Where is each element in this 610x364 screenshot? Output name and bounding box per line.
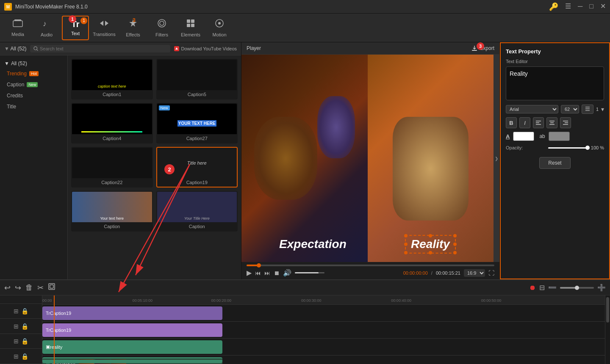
media-label: Media [11, 32, 24, 37]
handle-bm[interactable] [429, 251, 432, 254]
add-track-icon-3[interactable]: ⊞ [14, 353, 19, 360]
handle-lm[interactable] [404, 243, 408, 246]
delete-btn[interactable]: 🗑 [25, 283, 33, 292]
crop-btn[interactable] [48, 283, 55, 292]
line-height-btn[interactable] [582, 105, 593, 114]
font-select[interactable]: Arial Helvetica Times New Roman [506, 105, 558, 113]
prev-frame-btn[interactable]: ⏮ [255, 270, 261, 276]
playhead[interactable] [54, 295, 55, 364]
category-caption[interactable]: Caption New [0, 79, 67, 90]
category-title[interactable]: Title [0, 101, 67, 112]
lock-icon-0[interactable]: 🔒 [21, 308, 28, 314]
align-left-btn[interactable] [533, 117, 544, 128]
text-editor-box[interactable]: Reality [506, 66, 604, 100]
toolbar-audio[interactable]: ♪ Audio [33, 16, 60, 40]
add-track-icon-2[interactable]: ⊞ [14, 338, 19, 345]
caption-item-caption22[interactable]: Caption22 [71, 147, 153, 188]
maximize-btn[interactable]: □ [589, 3, 593, 11]
clip-caption19-2[interactable]: Tr Caption19 [42, 323, 222, 337]
opacity-slider[interactable] [548, 147, 587, 149]
record-icon[interactable]: ⏺ [529, 284, 536, 292]
caption4-name: Caption4 [72, 134, 152, 143]
category-credits[interactable]: Credits [0, 90, 67, 101]
zoom-handle[interactable] [575, 286, 579, 290]
split-icon[interactable]: ⊟ [539, 284, 545, 292]
caption-item-caption27[interactable]: New YOUR TEXT HERE Caption27 [156, 103, 238, 143]
zoom-out-btn[interactable]: ➖ [548, 284, 557, 292]
menu-icon[interactable]: ☰ [565, 3, 571, 11]
clip-icon-0: Tr [46, 311, 50, 316]
toolbar-motion[interactable]: Motion [206, 16, 233, 40]
opacity-row: Opacity: 100 % [506, 145, 604, 150]
lock-icon-1[interactable]: 🔒 [21, 323, 28, 330]
player-collapse-btn[interactable]: ❯ [494, 55, 499, 262]
timeline-scrollbar[interactable] [605, 295, 610, 364]
handle-tl[interactable] [404, 234, 408, 237]
scrollbar-thumb[interactable] [606, 297, 609, 323]
cut-btn[interactable]: ✂ [37, 283, 44, 292]
caption-item-caption5[interactable]: Caption5 [156, 59, 238, 99]
bg-label: ab [539, 133, 545, 139]
redo-btn[interactable]: ↪ [15, 283, 21, 292]
handle-tm[interactable] [429, 234, 432, 237]
caption-item-alt[interactable]: Your Title Here Caption [156, 191, 238, 232]
toolbar-media[interactable]: Media [4, 16, 31, 40]
next-frame-btn[interactable]: ⏭ [264, 270, 270, 276]
handle-tr[interactable] [453, 234, 457, 237]
category-trending[interactable]: Trending Hot [0, 68, 67, 79]
motion-label: Motion [212, 32, 226, 37]
toolbar: Media ♪ Audio 1 Tr Text Transitions Effe… [0, 14, 610, 42]
caption-item-caption4[interactable]: Caption4 [71, 103, 153, 143]
caption19-thumb: Title here [157, 148, 237, 178]
search-box[interactable] [30, 45, 170, 52]
volume-icon[interactable]: 🔊 [283, 269, 291, 277]
all-group-header[interactable]: ▼ All (52) [0, 59, 67, 68]
bold-btn[interactable]: B [506, 117, 517, 128]
align-center-btn[interactable] [546, 117, 557, 128]
caption-item-caption19[interactable]: Title here Caption19 [156, 147, 238, 188]
undo-btn[interactable]: ↩ [4, 283, 11, 292]
align-right-btn[interactable] [560, 117, 571, 128]
text-content: Reality [510, 70, 528, 77]
opacity-handle[interactable] [585, 146, 590, 150]
player-video: Expectation Reality [241, 55, 494, 262]
key-icon[interactable]: 🔑 [549, 3, 558, 11]
italic-btn[interactable]: I [519, 117, 530, 128]
add-track-icon-1[interactable]: ⊞ [14, 323, 19, 330]
fullscreen-btn[interactable]: ⛶ [488, 270, 494, 276]
timeline-tracks: Tr Caption19 Tr Caption19 ▣ reality [42, 305, 605, 363]
handle-rm[interactable] [453, 243, 457, 246]
play-btn[interactable]: ▶ [247, 269, 252, 277]
stop-btn[interactable]: ⏹ [274, 270, 280, 276]
reset-btn[interactable]: Reset [539, 157, 570, 169]
expectation-text: Expectation [279, 237, 347, 251]
caption-item-caption1[interactable]: caption text here Caption1 [71, 59, 153, 99]
caption-item-gradient[interactable]: Your text here Caption [71, 191, 153, 232]
clip-reality[interactable]: ▣ reality [42, 340, 222, 354]
zoom-in-btn[interactable]: ➕ [597, 284, 606, 292]
caption22-name: Caption22 [72, 178, 152, 187]
toolbar-elements[interactable]: Elements [177, 16, 204, 40]
handle-br[interactable] [453, 251, 457, 254]
toolbar-transitions[interactable]: Transitions [91, 16, 118, 40]
toolbar-filters[interactable]: Filters [148, 16, 175, 40]
clip-caption19-1[interactable]: Tr Caption19 [42, 306, 222, 320]
progress-bar[interactable] [247, 265, 494, 266]
bg-color-swatch[interactable] [549, 132, 570, 141]
font-color-swatch[interactable] [513, 132, 534, 141]
aspect-ratio-select[interactable]: 16:9 9:16 1:1 [464, 269, 485, 277]
volume-slider[interactable] [295, 272, 324, 273]
zoom-slider[interactable] [560, 287, 594, 289]
lock-icon-2[interactable]: 🔒 [21, 338, 28, 345]
handle-bl[interactable] [404, 251, 408, 254]
download-youtube-btn[interactable]: Download YouTube Videos [174, 46, 237, 52]
search-input[interactable] [40, 46, 167, 51]
add-track-icon-0[interactable]: ⊞ [14, 308, 19, 314]
lock-icon-3[interactable]: 🔒 [21, 353, 28, 360]
progress-handle[interactable] [257, 263, 261, 267]
font-size-select[interactable]: 62 48 36 72 [561, 105, 579, 113]
minimize-btn[interactable]: ─ [578, 3, 582, 11]
line-height-dropdown[interactable]: ▾ [601, 106, 604, 113]
font-controls: Arial Helvetica Times New Roman 62 48 36… [506, 105, 604, 114]
close-btn[interactable]: ✕ [600, 3, 606, 11]
